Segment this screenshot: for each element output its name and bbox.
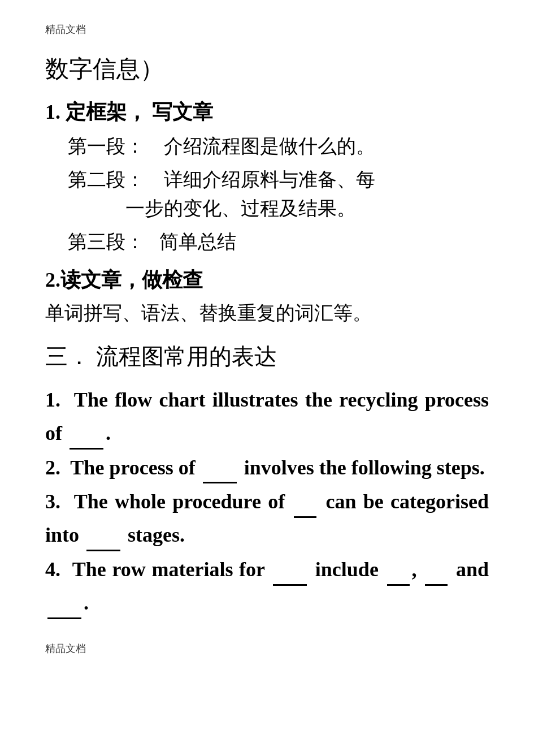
blank-3 bbox=[294, 485, 316, 518]
english-item-4: 4. The row materials for include , and . bbox=[45, 552, 489, 619]
english-section: 1. The flow chart illustrates the recycl… bbox=[45, 385, 489, 619]
sub-item-1-content: 介绍流程图是做什么的。 bbox=[150, 136, 376, 157]
blank-1 bbox=[70, 416, 103, 450]
section-1-title: 定框架， 写文章 bbox=[66, 101, 213, 123]
section-2: 2.读文章，做检查 单词拼写、语法、替换重复的词汇等。 bbox=[45, 266, 489, 327]
watermark-top: 精品文档 bbox=[45, 23, 489, 36]
sub-item-1-label: 第一段： bbox=[68, 136, 145, 157]
section-1: 1. 定框架， 写文章 第一段： 介绍流程图是做什么的。 第二段： 详细介绍原料… bbox=[45, 98, 489, 256]
sub-item-3: 第三段： 简单总结 bbox=[68, 227, 489, 256]
blank-2 bbox=[203, 451, 237, 484]
english-item-1: 1. The flow chart illustrates the recycl… bbox=[45, 385, 489, 450]
section-2-header: 2.读文章，做检查 bbox=[45, 266, 489, 294]
blank-7 bbox=[425, 552, 448, 586]
section-2-title: 读文章，做检查 bbox=[60, 269, 203, 291]
blank-4 bbox=[86, 518, 120, 551]
blank-5 bbox=[273, 552, 307, 586]
page-header-title: 数字信息） bbox=[45, 53, 489, 85]
blank-8 bbox=[47, 586, 81, 619]
sub-item-2: 第二段： 详细介绍原料与准备、每 一步的变化、过程及结果。 bbox=[68, 165, 489, 223]
sub-item-3-content: 简单总结 bbox=[150, 231, 236, 252]
section-2-number: 2. bbox=[45, 269, 60, 291]
english-item-2: 2. The process of involves the following… bbox=[45, 451, 489, 484]
watermark-bottom: 精品文档 bbox=[45, 642, 489, 655]
sub-item-1: 第一段： 介绍流程图是做什么的。 bbox=[68, 132, 489, 161]
sub-item-3-label: 第三段： bbox=[68, 231, 145, 252]
section-1-number: 1. bbox=[45, 101, 60, 123]
sub-item-2-label: 第二段： bbox=[68, 169, 145, 190]
blank-6 bbox=[387, 552, 410, 586]
section-1-header: 1. 定框架， 写文章 bbox=[45, 98, 489, 126]
english-item-3: 3. The whole procedure of can be categor… bbox=[45, 485, 489, 551]
section-2-content: 单词拼写、语法、替换重复的词汇等。 bbox=[45, 299, 489, 327]
section-3-title: 三． 流程图常用的表达 bbox=[45, 341, 489, 372]
